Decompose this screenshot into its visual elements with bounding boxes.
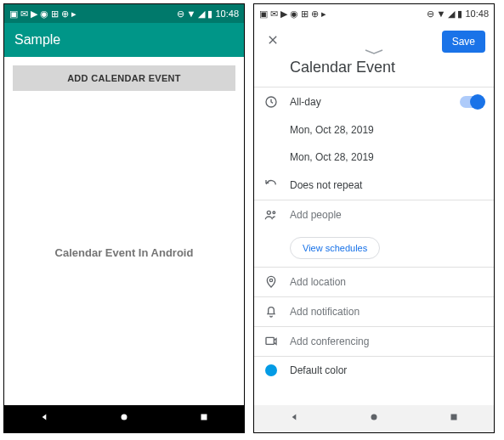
signal-icon: ◢ — [198, 8, 205, 20]
square-icon: ▣ — [9, 8, 18, 20]
status-left-icons: ▣ ✉ ▶ ◉ ⊞ ⊕ ▸ — [9, 8, 76, 20]
add-calendar-event-button[interactable]: ADD CALENDAR EVENT — [13, 65, 235, 91]
svg-rect-1 — [201, 415, 207, 420]
allday-label: All-day — [290, 96, 448, 108]
add-people-row[interactable]: Add people — [254, 200, 494, 229]
close-button[interactable] — [263, 30, 283, 54]
start-date: Mon, Oct 28, 2019 — [290, 124, 484, 136]
allday-row[interactable]: All-day — [254, 87, 494, 116]
clock-icon — [264, 95, 278, 109]
home-button[interactable] — [368, 411, 380, 426]
square-icon: ▣ — [259, 8, 268, 20]
app-title: Sample — [14, 32, 60, 48]
status-left-icons: ▣ ✉ ▶ ◉ ⊞ ⊕ ▸ — [259, 8, 326, 20]
dnd-icon: ⊖ — [177, 8, 184, 20]
status-bar: ▣ ✉ ▶ ◉ ⊞ ⊕ ▸ ⊖ ▼ ◢ ▮ 10:48 — [254, 4, 494, 23]
back-button[interactable] — [38, 411, 50, 426]
svg-point-3 — [267, 211, 270, 214]
add-people-label: Add people — [290, 209, 484, 221]
debug-icon: ▸ — [321, 8, 326, 20]
home-button[interactable] — [118, 411, 130, 426]
add-notification-label: Add notification — [290, 306, 484, 318]
view-schedules-row: View schedules — [254, 229, 494, 267]
signal-icon: ◢ — [448, 8, 455, 20]
conferencing-icon — [264, 335, 278, 348]
color-label: Default color — [290, 364, 484, 376]
play-icon: ▶ — [31, 8, 37, 20]
message-icon: ✉ — [20, 8, 28, 20]
globe-icon: ⊕ — [311, 8, 319, 20]
allday-toggle[interactable] — [460, 96, 484, 108]
svg-rect-6 — [266, 337, 274, 344]
add-notification-row[interactable]: Add notification — [254, 297, 494, 326]
end-date-row[interactable]: Mon, Oct 28, 2019 — [254, 144, 494, 171]
circle-icon: ◉ — [290, 8, 298, 20]
battery-icon: ▮ — [457, 8, 462, 20]
location-icon — [264, 275, 278, 289]
end-date: Mon, Oct 28, 2019 — [290, 151, 484, 163]
dnd-icon: ⊖ — [427, 8, 434, 20]
app-icon: ⊞ — [301, 8, 309, 20]
color-dot-icon — [264, 364, 278, 376]
color-row[interactable]: Default color — [254, 357, 494, 384]
circle-icon: ◉ — [40, 8, 48, 20]
repeat-label: Does not repeat — [290, 179, 484, 191]
calendar-event-editor: Save Calendar Event All-day Mon, Oct 28,… — [254, 23, 494, 405]
repeat-row[interactable]: Does not repeat — [254, 171, 494, 200]
status-right-icons: ⊖ ▼ ◢ ▮ 10:48 — [427, 8, 489, 20]
navigation-bar — [254, 405, 494, 432]
wifi-icon: ▼ — [437, 8, 446, 19]
svg-point-4 — [273, 212, 275, 214]
clock-text: 10:48 — [215, 8, 239, 19]
svg-point-7 — [371, 415, 377, 420]
bell-icon — [264, 305, 278, 319]
clock-text: 10:48 — [465, 8, 489, 19]
status-bar: ▣ ✉ ▶ ◉ ⊞ ⊕ ▸ ⊖ ▼ ◢ ▮ 10:48 — [4, 4, 244, 23]
globe-icon: ⊕ — [61, 8, 69, 20]
add-location-row[interactable]: Add location — [254, 268, 494, 296]
navigation-bar — [4, 405, 244, 432]
add-conferencing-label: Add conferencing — [290, 336, 484, 347]
add-location-label: Add location — [290, 276, 484, 288]
phone-screenshot-left: ▣ ✉ ▶ ◉ ⊞ ⊕ ▸ ⊖ ▼ ◢ ▮ 10:48 Sample ADD C… — [3, 3, 245, 433]
repeat-icon — [264, 178, 278, 192]
wifi-icon: ▼ — [187, 8, 196, 19]
people-icon — [264, 208, 278, 222]
debug-icon: ▸ — [71, 8, 76, 20]
main-content: ADD CALENDAR EVENT Calendar Event In And… — [4, 57, 244, 405]
save-button[interactable]: Save — [442, 31, 485, 53]
app-icon: ⊞ — [51, 8, 59, 20]
recents-button[interactable] — [448, 411, 460, 426]
drag-handle-icon[interactable] — [364, 43, 384, 59]
svg-point-5 — [269, 279, 272, 281]
start-date-row[interactable]: Mon, Oct 28, 2019 — [254, 116, 494, 144]
svg-point-0 — [122, 415, 127, 420]
battery-icon: ▮ — [207, 8, 212, 20]
center-label: Calendar Event In Android — [4, 99, 244, 405]
svg-rect-8 — [451, 415, 457, 420]
recents-button[interactable] — [198, 411, 210, 426]
add-conferencing-row[interactable]: Add conferencing — [254, 327, 494, 356]
view-schedules-button[interactable]: View schedules — [290, 237, 380, 259]
message-icon: ✉ — [270, 8, 278, 20]
play-icon: ▶ — [280, 8, 287, 20]
app-bar: Sample — [4, 23, 244, 57]
phone-screenshot-right: ▣ ✉ ▶ ◉ ⊞ ⊕ ▸ ⊖ ▼ ◢ ▮ 10:48 Save Calenda… — [253, 3, 495, 433]
status-right-icons: ⊖ ▼ ◢ ▮ 10:48 — [177, 8, 239, 20]
back-button[interactable] — [288, 411, 300, 426]
